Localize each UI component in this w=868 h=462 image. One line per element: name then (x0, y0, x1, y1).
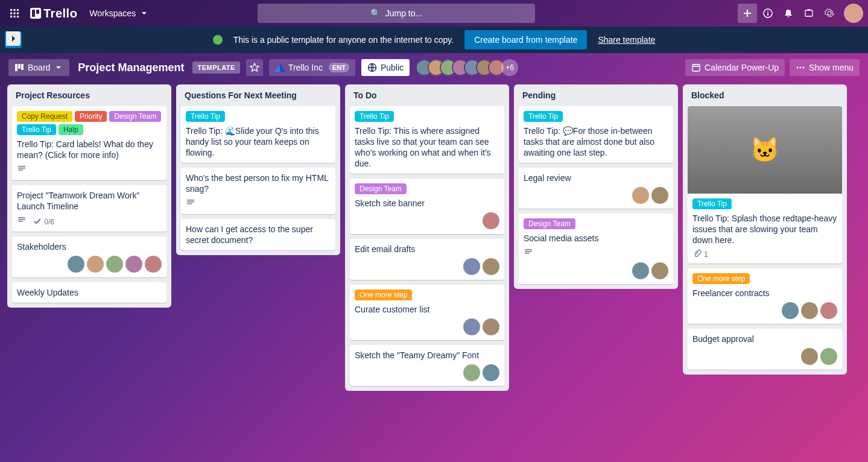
card-label[interactable]: Design Team (524, 218, 575, 229)
card-label[interactable]: Trello Tip (186, 111, 225, 122)
card[interactable]: Copy RequestPriorityDesign TeamTrello Ti… (12, 106, 166, 180)
member-avatar[interactable] (632, 187, 649, 204)
list-title[interactable]: Questions For Next Meeting (181, 89, 335, 101)
member-avatar[interactable] (106, 256, 123, 273)
board-canvas[interactable]: Project ResourcesCopy RequestPriorityDes… (0, 82, 868, 462)
board-members[interactable]: +6 (420, 59, 518, 76)
member-avatar[interactable] (483, 212, 499, 229)
card-label[interactable]: Trello Tip (355, 111, 394, 122)
card[interactable]: Edit email drafts (350, 239, 504, 280)
card-text: Social media assets (524, 233, 668, 244)
brand-logo[interactable]: Trello (27, 7, 81, 21)
card-label[interactable]: Halp (59, 124, 83, 135)
card[interactable]: Project "Teamwork Dream Work" Launch Tim… (12, 185, 166, 232)
org-name: Trello Inc (288, 63, 323, 72)
svg-rect-1 (14, 9, 16, 11)
show-menu-button[interactable]: Show menu (790, 59, 860, 76)
member-avatar[interactable] (463, 364, 480, 381)
member-avatar[interactable] (801, 302, 818, 319)
create-board-from-template-button[interactable]: Create board from template (464, 30, 587, 49)
member-avatar[interactable] (820, 302, 837, 319)
org-chip[interactable]: Trello Inc ENT (269, 59, 355, 76)
card[interactable]: Legal review (519, 168, 673, 209)
card[interactable]: 🐱Trello TipTrello Tip: Splash those redt… (688, 106, 842, 264)
member-avatar[interactable] (632, 262, 649, 279)
member-avatar[interactable] (820, 348, 837, 365)
card-label[interactable]: Copy Request (17, 111, 72, 122)
member-avatar[interactable] (87, 256, 104, 273)
card-members (692, 302, 837, 319)
member-avatar[interactable] (463, 318, 480, 335)
card-badges: 0/6 (17, 215, 162, 227)
member-avatar[interactable] (782, 302, 799, 319)
card[interactable]: Weekly Updates (12, 282, 166, 303)
board-view-label: Board (28, 63, 50, 72)
list-title[interactable]: Project Resources (12, 89, 166, 101)
card-text: Trello Tip: Splash those redtape-heavy i… (692, 213, 837, 245)
card[interactable]: Sketch the "Teamy Dreamy" Font (350, 345, 504, 386)
member-avatar[interactable] (651, 187, 668, 204)
card-text: Project "Teamwork Dream Work" Launch Tim… (17, 190, 162, 212)
visibility-label: Public (381, 63, 404, 72)
member-avatar[interactable] (651, 262, 668, 279)
apps-icon[interactable] (5, 4, 24, 23)
card[interactable]: Who's the best person to fix my HTML sna… (181, 168, 335, 214)
card-label[interactable]: Design Team (355, 183, 407, 194)
card[interactable]: One more stepFreelancer contracts (688, 268, 842, 324)
list-title[interactable]: To Do (350, 89, 504, 101)
workspaces-dropdown[interactable]: Workspaces (83, 5, 155, 22)
member-avatar[interactable] (145, 256, 162, 273)
card[interactable]: Design TeamSocial media assets (519, 214, 673, 284)
search-input[interactable] (258, 4, 535, 23)
card-text: Legal review (524, 172, 668, 183)
info-icon[interactable] (758, 4, 778, 23)
member-avatar[interactable] (483, 318, 499, 335)
more-members-button[interactable]: +6 (501, 59, 518, 76)
member-avatar[interactable] (801, 348, 818, 365)
member-avatar[interactable] (483, 258, 499, 275)
member-avatar[interactable] (483, 364, 499, 381)
share-template-link[interactable]: Share template (598, 35, 655, 45)
list-title[interactable]: Blocked (688, 89, 842, 101)
star-button[interactable] (246, 59, 263, 76)
card[interactable]: Trello TipTrello Tip: This is where assi… (350, 106, 504, 174)
settings-icon[interactable] (820, 4, 839, 23)
card[interactable]: Trello TipTrello Tip: 🌊Slide your Q's in… (181, 106, 335, 163)
svg-point-17 (797, 67, 799, 69)
card-members (355, 364, 499, 381)
user-avatar[interactable] (844, 4, 863, 23)
card-label[interactable]: Trello Tip (692, 198, 732, 209)
briefcase-icon[interactable] (799, 4, 819, 23)
card-label[interactable]: Trello Tip (17, 124, 56, 135)
calendar-label: Calendar Power-Up (705, 63, 779, 72)
card-label[interactable]: Priority (75, 111, 107, 122)
member-avatar[interactable] (463, 258, 480, 275)
list-title[interactable]: Pending (519, 89, 673, 101)
card[interactable]: Stakeholders (12, 236, 166, 277)
card[interactable]: Budget approval (688, 329, 842, 370)
card-text: Trello Tip: 🌊Slide your Q's into this ha… (186, 125, 331, 158)
board-title[interactable]: Project Management (75, 62, 186, 74)
notifications-icon[interactable] (779, 4, 798, 23)
board-view-switcher[interactable]: Board (8, 59, 69, 76)
globe-icon (367, 63, 377, 72)
member-avatar[interactable] (68, 256, 84, 273)
card-label[interactable]: One more step (692, 273, 750, 284)
card-label[interactable]: Design Team (109, 111, 161, 122)
card-label[interactable]: One more step (355, 290, 412, 300)
visibility-chip[interactable]: Public (361, 59, 410, 76)
card[interactable]: One more stepCurate customer list (350, 285, 504, 340)
card[interactable]: Design TeamSketch site banner (350, 179, 504, 234)
calendar-icon (691, 63, 701, 72)
card-members (355, 212, 499, 229)
card[interactable]: Trello TipTrello Tip: 💬For those in-betw… (519, 106, 673, 163)
calendar-powerup-button[interactable]: Calendar Power-Up (685, 59, 785, 76)
card-members (17, 256, 162, 273)
card-cover-image: 🐱 (688, 106, 842, 194)
card[interactable]: How can I get access to the super secret… (181, 219, 335, 250)
card-label[interactable]: Trello Tip (524, 111, 563, 122)
create-button[interactable] (738, 4, 757, 23)
expand-sidebar-button[interactable] (6, 31, 21, 46)
card-badges (524, 247, 668, 259)
member-avatar[interactable] (125, 256, 142, 273)
